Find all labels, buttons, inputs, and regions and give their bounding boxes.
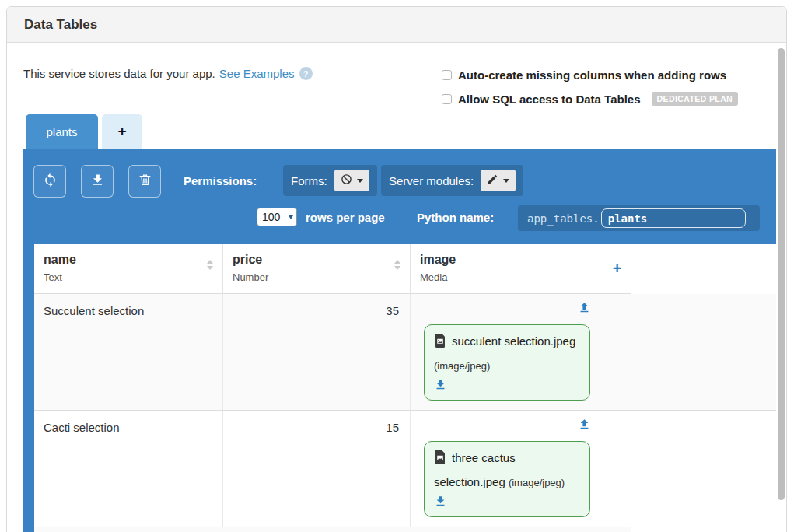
server-modules-permission-dropdown[interactable]: [481, 170, 516, 191]
forms-permission-group: Forms:: [283, 165, 377, 196]
allow-sql-checkbox[interactable]: [442, 94, 452, 104]
trash-icon: [138, 173, 152, 191]
sort-icon[interactable]: [207, 260, 213, 270]
media-file-box: three cactus selection.jpeg (image/jpeg): [424, 441, 590, 517]
intro-text: This service stores data for your app.: [23, 67, 215, 80]
server-modules-label: Server modules:: [389, 174, 474, 187]
auto-create-checkbox[interactable]: [442, 70, 452, 80]
tab-plants[interactable]: plants: [26, 114, 98, 149]
ban-icon: [341, 173, 352, 188]
cell-price[interactable]: 15: [223, 411, 411, 527]
download-icon[interactable]: [434, 495, 580, 510]
permissions-label: Permissions:: [184, 174, 257, 187]
see-examples-link[interactable]: See Examples: [219, 67, 295, 80]
chevron-down-icon: [503, 179, 509, 183]
chevron-down-icon: [357, 179, 363, 183]
chevron-down-icon: [285, 208, 296, 226]
cell-empty: [603, 411, 631, 527]
column-header-name[interactable]: name Text: [34, 244, 223, 294]
download-icon[interactable]: [434, 378, 580, 394]
cell-name[interactable]: Cacti selection: [34, 411, 223, 527]
page-title: Data Tables: [24, 17, 97, 33]
option-auto-create[interactable]: Auto-create missing columns when adding …: [442, 68, 726, 82]
rows-per-page-value: 100: [257, 208, 285, 226]
media-filename: succulent selection.jpeg: [452, 334, 575, 348]
tab-plants-label: plants: [46, 125, 77, 138]
upload-icon[interactable]: [578, 418, 591, 433]
column-header-image[interactable]: image Media: [411, 244, 603, 294]
rows-per-page-select[interactable]: 100: [257, 208, 297, 226]
file-image-icon: [434, 450, 446, 471]
column-header-price[interactable]: price Number: [223, 244, 411, 294]
option-allow-sql[interactable]: Allow SQL access to Data Tables DEDICATE…: [442, 92, 738, 106]
cell-price[interactable]: 35: [223, 294, 411, 410]
cell-name[interactable]: Succulent selection: [34, 294, 223, 410]
vertical-scrollbar[interactable]: [778, 48, 785, 500]
panel-header: Data Tables: [7, 7, 786, 43]
auto-create-label: Auto-create missing columns when adding …: [458, 68, 726, 82]
server-modules-permission-group: Server modules:: [381, 165, 523, 196]
data-table: name Text price Number image Media + Suc…: [34, 244, 776, 532]
plus-icon: +: [613, 260, 622, 278]
forms-label: Forms:: [291, 174, 327, 187]
delete-table-button[interactable]: [128, 165, 161, 198]
table-header-row: name Text price Number image Media +: [34, 244, 776, 294]
media-mimetype: (image/jpeg): [509, 477, 565, 488]
allow-sql-label: Allow SQL access to Data Tables: [458, 93, 641, 106]
python-name-label: Python name:: [417, 211, 494, 224]
add-table-tab[interactable]: +: [102, 114, 142, 149]
add-column-button[interactable]: +: [603, 244, 631, 294]
table-row: Cacti selection 15 three cactus selectio…: [34, 411, 776, 527]
export-button[interactable]: [81, 165, 114, 198]
forms-permission-dropdown[interactable]: [334, 170, 369, 191]
dedicated-plan-badge: DEDICATED PLAN: [652, 92, 739, 106]
plus-icon: +: [117, 123, 126, 140]
python-name-input[interactable]: [601, 208, 746, 228]
python-name-prefix: app_tables.: [527, 212, 600, 225]
file-image-icon: [434, 333, 446, 355]
upload-icon[interactable]: [578, 301, 591, 317]
refresh-icon: [43, 173, 58, 191]
question-circle-icon[interactable]: ?: [299, 67, 313, 80]
sort-icon[interactable]: [394, 260, 400, 270]
rows-per-page-label: rows per page: [306, 211, 385, 224]
next-row-sliver: [34, 527, 631, 532]
refresh-button[interactable]: [33, 165, 66, 198]
cell-media: three cactus selection.jpeg (image/jpeg): [411, 411, 603, 527]
media-mimetype: (image/jpeg): [434, 360, 490, 372]
cell-media: succulent selection.jpeg (image/jpeg): [411, 294, 603, 410]
python-name-group: app_tables.: [518, 205, 760, 231]
download-icon: [90, 173, 105, 191]
media-file-box: succulent selection.jpeg (image/jpeg): [424, 324, 590, 401]
pencil-icon: [487, 173, 498, 188]
table-row: Succulent selection 35 succulent selecti…: [34, 294, 776, 411]
intro-line: This service stores data for your app. S…: [23, 67, 313, 80]
table-editor-panel: Permissions: Forms: Server modules: 100 …: [23, 149, 776, 532]
cell-empty: [603, 294, 631, 410]
